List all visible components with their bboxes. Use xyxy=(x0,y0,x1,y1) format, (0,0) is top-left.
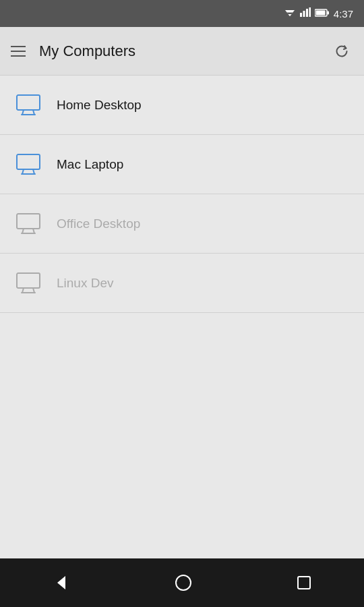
computer-name: Mac Laptop xyxy=(57,157,123,172)
nav-bar xyxy=(0,558,364,607)
status-bar: 4:37 xyxy=(0,0,364,27)
svg-line-11 xyxy=(22,110,24,115)
svg-rect-4 xyxy=(303,11,305,17)
wifi-icon xyxy=(284,7,296,20)
computer-list: Home Desktop Mac Laptop Office Desktop xyxy=(0,76,364,313)
list-item[interactable]: Office Desktop xyxy=(0,194,364,254)
page-title: My Computers xyxy=(39,42,135,60)
svg-line-24 xyxy=(33,288,34,293)
svg-rect-6 xyxy=(309,7,311,17)
svg-marker-26 xyxy=(57,576,65,589)
svg-rect-22 xyxy=(17,273,40,288)
svg-rect-28 xyxy=(298,577,310,589)
list-item[interactable]: Home Desktop xyxy=(0,76,364,135)
computer-icon-home-desktop xyxy=(13,90,43,120)
home-button[interactable] xyxy=(169,569,198,597)
computer-icon-linux-dev xyxy=(13,268,43,298)
svg-rect-18 xyxy=(17,214,40,229)
list-item[interactable]: Mac Laptop xyxy=(0,135,364,194)
svg-rect-8 xyxy=(327,11,329,15)
signal-icon xyxy=(300,7,311,20)
svg-line-20 xyxy=(33,229,34,233)
computer-icon-office-desktop xyxy=(13,209,43,239)
menu-icon[interactable] xyxy=(11,46,26,57)
recent-button[interactable] xyxy=(291,569,317,596)
svg-rect-9 xyxy=(315,11,325,16)
list-item[interactable]: Linux Dev xyxy=(0,254,364,313)
back-button[interactable] xyxy=(47,568,76,598)
app-bar: My Computers xyxy=(0,27,364,76)
svg-line-16 xyxy=(33,169,34,174)
status-icons: 4:37 xyxy=(284,7,353,20)
battery-icon xyxy=(315,7,330,20)
computer-icon-mac-laptop xyxy=(13,150,43,179)
svg-line-12 xyxy=(33,110,34,115)
status-time: 4:37 xyxy=(334,8,353,20)
svg-marker-2 xyxy=(288,14,291,16)
svg-line-23 xyxy=(22,288,24,293)
svg-rect-10 xyxy=(17,95,40,110)
svg-point-27 xyxy=(176,575,191,590)
svg-rect-3 xyxy=(300,13,302,17)
svg-rect-5 xyxy=(306,9,308,17)
computer-name: Home Desktop xyxy=(57,98,142,113)
app-bar-left: My Computers xyxy=(11,42,135,60)
svg-rect-14 xyxy=(17,154,40,169)
computer-name: Linux Dev xyxy=(57,276,114,291)
refresh-button[interactable] xyxy=(330,40,353,63)
computer-name: Office Desktop xyxy=(57,216,140,231)
svg-line-15 xyxy=(22,169,24,174)
svg-line-19 xyxy=(22,229,24,233)
